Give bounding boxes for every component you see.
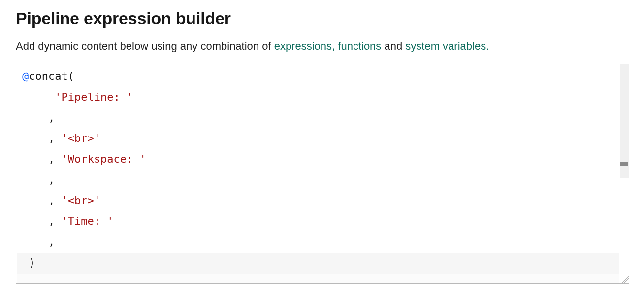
- code-token: '<br>': [61, 132, 100, 144]
- expressions-link[interactable]: expressions,: [274, 40, 335, 52]
- code-token: [22, 236, 48, 248]
- expression-editor[interactable]: @concat( 'Pipeline: ' , , '<br>' , 'Work…: [16, 64, 629, 284]
- code-line[interactable]: ,: [22, 236, 55, 248]
- code-line[interactable]: @concat(: [22, 70, 74, 82]
- code-token: [22, 173, 48, 186]
- system-variables-link[interactable]: system variables.: [405, 40, 489, 52]
- code-token: [22, 91, 55, 103]
- code-token: ,: [48, 132, 55, 144]
- code-token: ,: [48, 215, 55, 227]
- code-token: 'Workspace: ': [61, 153, 146, 165]
- functions-link[interactable]: functions: [338, 40, 381, 52]
- code-line[interactable]: , '<br>': [22, 194, 100, 206]
- code-line[interactable]: , 'Time: ': [22, 215, 113, 227]
- code-line[interactable]: , 'Workspace: ': [22, 153, 146, 165]
- code-token: '<br>': [61, 194, 100, 206]
- code-token: [22, 153, 48, 165]
- code-token: ,: [48, 111, 55, 124]
- code-token: 'Pipeline: ': [55, 91, 133, 103]
- code-line[interactable]: , '<br>': [22, 132, 100, 144]
- code-token: concat: [29, 70, 67, 82]
- code-token: @: [22, 70, 29, 82]
- code-token: ): [29, 256, 35, 269]
- editor-vertical-scrollbar[interactable]: [620, 64, 629, 283]
- code-line[interactable]: ,: [22, 173, 55, 186]
- code-token: [55, 194, 61, 206]
- code-token: [22, 132, 48, 144]
- code-line[interactable]: ,: [22, 111, 55, 124]
- code-token: [55, 153, 61, 165]
- code-token: [22, 256, 29, 269]
- code-token: ,: [48, 194, 55, 206]
- code-token: [22, 111, 48, 124]
- code-token: 'Time: ': [61, 215, 113, 227]
- code-token: (: [68, 70, 74, 82]
- subtitle-prefix: Add dynamic content below using any comb…: [16, 40, 274, 52]
- code-token: [22, 215, 48, 227]
- code-token: [55, 132, 61, 144]
- page-title: Pipeline expression builder: [16, 9, 628, 28]
- code-line[interactable]: ): [22, 256, 35, 269]
- code-line[interactable]: 'Pipeline: ': [22, 91, 133, 103]
- code-token: [55, 215, 61, 227]
- editor-scrollbar-track-lower: [620, 178, 629, 283]
- code-token: [22, 194, 48, 206]
- expression-code[interactable]: @concat( 'Pipeline: ' , , '<br>' , 'Work…: [16, 64, 620, 277]
- subtitle-text: Add dynamic content below using any comb…: [16, 39, 628, 54]
- code-token: ,: [48, 153, 55, 165]
- subtitle-middle: and: [384, 40, 405, 52]
- editor-scrollbar-thumb[interactable]: [620, 162, 628, 166]
- code-token: ,: [48, 236, 55, 248]
- code-token: ,: [48, 173, 55, 186]
